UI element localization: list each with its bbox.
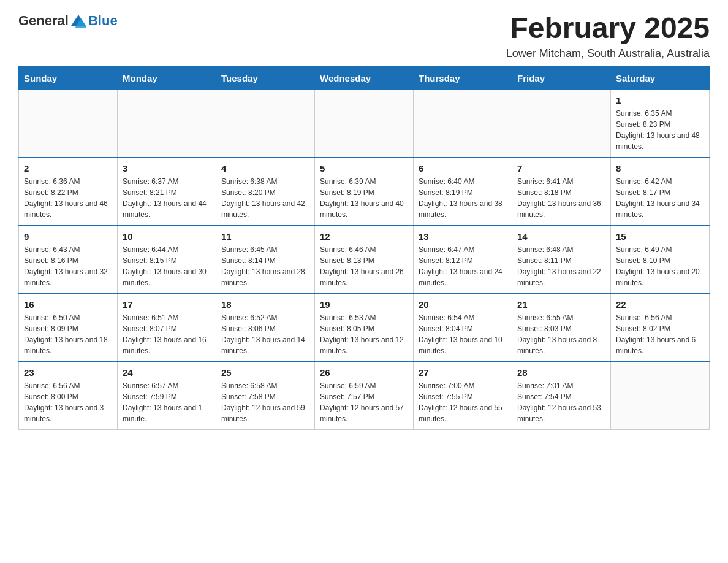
table-row: 23Sunrise: 6:56 AM Sunset: 8:00 PM Dayli… xyxy=(19,362,118,430)
day-number: 25 xyxy=(221,367,309,378)
day-info: Sunrise: 6:38 AM Sunset: 8:20 PM Dayligh… xyxy=(221,176,309,220)
table-row: 16Sunrise: 6:50 AM Sunset: 8:09 PM Dayli… xyxy=(19,294,118,362)
day-number: 15 xyxy=(616,231,704,242)
day-info: Sunrise: 6:42 AM Sunset: 8:17 PM Dayligh… xyxy=(616,176,704,220)
day-info: Sunrise: 6:47 AM Sunset: 8:12 PM Dayligh… xyxy=(419,244,507,288)
day-number: 2 xyxy=(24,163,112,174)
day-number: 28 xyxy=(517,367,605,378)
table-row xyxy=(611,362,710,430)
col-tuesday: Tuesday xyxy=(216,66,315,90)
calendar-week-row: 23Sunrise: 6:56 AM Sunset: 8:00 PM Dayli… xyxy=(19,362,710,430)
table-row: 22Sunrise: 6:56 AM Sunset: 8:02 PM Dayli… xyxy=(611,294,710,362)
title-area: February 2025 Lower Mitcham, South Austr… xyxy=(506,12,710,60)
logo: General Blue xyxy=(18,12,118,29)
table-row: 20Sunrise: 6:54 AM Sunset: 8:04 PM Dayli… xyxy=(414,294,512,362)
day-info: Sunrise: 6:57 AM Sunset: 7:59 PM Dayligh… xyxy=(123,380,211,424)
day-info: Sunrise: 6:45 AM Sunset: 8:14 PM Dayligh… xyxy=(221,244,309,288)
day-number: 26 xyxy=(320,367,408,378)
logo-icon xyxy=(70,12,87,29)
day-number: 18 xyxy=(221,299,309,310)
day-number: 20 xyxy=(419,299,507,310)
day-number: 10 xyxy=(123,231,211,242)
table-row: 10Sunrise: 6:44 AM Sunset: 8:15 PM Dayli… xyxy=(118,226,216,294)
day-info: Sunrise: 6:37 AM Sunset: 8:21 PM Dayligh… xyxy=(123,176,211,220)
day-info: Sunrise: 6:53 AM Sunset: 8:05 PM Dayligh… xyxy=(320,312,408,356)
day-number: 6 xyxy=(419,163,507,174)
day-info: Sunrise: 6:58 AM Sunset: 7:58 PM Dayligh… xyxy=(221,380,309,424)
day-number: 11 xyxy=(221,231,309,242)
table-row: 21Sunrise: 6:55 AM Sunset: 8:03 PM Dayli… xyxy=(512,294,611,362)
day-info: Sunrise: 6:41 AM Sunset: 8:18 PM Dayligh… xyxy=(517,176,605,220)
logo-text-general: General xyxy=(18,13,69,29)
table-row xyxy=(512,90,611,158)
col-wednesday: Wednesday xyxy=(315,66,414,90)
table-row: 3Sunrise: 6:37 AM Sunset: 8:21 PM Daylig… xyxy=(118,158,216,226)
day-number: 21 xyxy=(517,299,605,310)
table-row: 28Sunrise: 7:01 AM Sunset: 7:54 PM Dayli… xyxy=(512,362,611,430)
day-info: Sunrise: 6:54 AM Sunset: 8:04 PM Dayligh… xyxy=(419,312,507,356)
day-number: 24 xyxy=(123,367,211,378)
col-saturday: Saturday xyxy=(611,66,710,90)
calendar-week-row: 16Sunrise: 6:50 AM Sunset: 8:09 PM Dayli… xyxy=(19,294,710,362)
day-info: Sunrise: 6:59 AM Sunset: 7:57 PM Dayligh… xyxy=(320,380,408,424)
day-number: 19 xyxy=(320,299,408,310)
day-number: 5 xyxy=(320,163,408,174)
day-number: 4 xyxy=(221,163,309,174)
table-row xyxy=(216,90,315,158)
day-info: Sunrise: 6:35 AM Sunset: 8:23 PM Dayligh… xyxy=(616,108,704,152)
day-info: Sunrise: 6:44 AM Sunset: 8:15 PM Dayligh… xyxy=(123,244,211,288)
day-info: Sunrise: 6:46 AM Sunset: 8:13 PM Dayligh… xyxy=(320,244,408,288)
day-number: 8 xyxy=(616,163,704,174)
table-row: 15Sunrise: 6:49 AM Sunset: 8:10 PM Dayli… xyxy=(611,226,710,294)
col-sunday: Sunday xyxy=(19,66,118,90)
calendar-subtitle: Lower Mitcham, South Australia, Australi… xyxy=(506,47,710,60)
day-number: 13 xyxy=(419,231,507,242)
col-monday: Monday xyxy=(118,66,216,90)
day-info: Sunrise: 6:48 AM Sunset: 8:11 PM Dayligh… xyxy=(517,244,605,288)
day-info: Sunrise: 6:50 AM Sunset: 8:09 PM Dayligh… xyxy=(24,312,112,356)
header-row: Sunday Monday Tuesday Wednesday Thursday… xyxy=(19,66,710,90)
day-info: Sunrise: 6:39 AM Sunset: 8:19 PM Dayligh… xyxy=(320,176,408,220)
day-info: Sunrise: 7:01 AM Sunset: 7:54 PM Dayligh… xyxy=(517,380,605,424)
day-number: 3 xyxy=(123,163,211,174)
table-row xyxy=(19,90,118,158)
table-row: 17Sunrise: 6:51 AM Sunset: 8:07 PM Dayli… xyxy=(118,294,216,362)
col-thursday: Thursday xyxy=(414,66,512,90)
day-info: Sunrise: 6:40 AM Sunset: 8:19 PM Dayligh… xyxy=(419,176,507,220)
day-number: 27 xyxy=(419,367,507,378)
calendar-title: February 2025 xyxy=(506,12,710,45)
table-row: 7Sunrise: 6:41 AM Sunset: 8:18 PM Daylig… xyxy=(512,158,611,226)
table-row: 5Sunrise: 6:39 AM Sunset: 8:19 PM Daylig… xyxy=(315,158,414,226)
day-number: 17 xyxy=(123,299,211,310)
calendar-table: Sunday Monday Tuesday Wednesday Thursday… xyxy=(18,66,710,430)
table-row: 13Sunrise: 6:47 AM Sunset: 8:12 PM Dayli… xyxy=(414,226,512,294)
day-info: Sunrise: 6:43 AM Sunset: 8:16 PM Dayligh… xyxy=(24,244,112,288)
day-number: 12 xyxy=(320,231,408,242)
table-row: 19Sunrise: 6:53 AM Sunset: 8:05 PM Dayli… xyxy=(315,294,414,362)
day-number: 7 xyxy=(517,163,605,174)
table-row: 8Sunrise: 6:42 AM Sunset: 8:17 PM Daylig… xyxy=(611,158,710,226)
calendar-week-row: 1Sunrise: 6:35 AM Sunset: 8:23 PM Daylig… xyxy=(19,90,710,158)
day-info: Sunrise: 7:00 AM Sunset: 7:55 PM Dayligh… xyxy=(419,380,507,424)
day-number: 23 xyxy=(24,367,112,378)
table-row: 25Sunrise: 6:58 AM Sunset: 7:58 PM Dayli… xyxy=(216,362,315,430)
table-row xyxy=(315,90,414,158)
day-info: Sunrise: 6:51 AM Sunset: 8:07 PM Dayligh… xyxy=(123,312,211,356)
day-number: 1 xyxy=(616,95,704,105)
table-row: 14Sunrise: 6:48 AM Sunset: 8:11 PM Dayli… xyxy=(512,226,611,294)
day-number: 16 xyxy=(24,299,112,310)
table-row: 26Sunrise: 6:59 AM Sunset: 7:57 PM Dayli… xyxy=(315,362,414,430)
day-number: 14 xyxy=(517,231,605,242)
header: General Blue February 2025 Lower Mitcham… xyxy=(18,12,710,60)
day-info: Sunrise: 6:55 AM Sunset: 8:03 PM Dayligh… xyxy=(517,312,605,356)
table-row: 18Sunrise: 6:52 AM Sunset: 8:06 PM Dayli… xyxy=(216,294,315,362)
col-friday: Friday xyxy=(512,66,611,90)
table-row: 12Sunrise: 6:46 AM Sunset: 8:13 PM Dayli… xyxy=(315,226,414,294)
table-row: 2Sunrise: 6:36 AM Sunset: 8:22 PM Daylig… xyxy=(19,158,118,226)
day-info: Sunrise: 6:52 AM Sunset: 8:06 PM Dayligh… xyxy=(221,312,309,356)
day-number: 22 xyxy=(616,299,704,310)
table-row: 9Sunrise: 6:43 AM Sunset: 8:16 PM Daylig… xyxy=(19,226,118,294)
day-info: Sunrise: 6:56 AM Sunset: 8:02 PM Dayligh… xyxy=(616,312,704,356)
table-row: 4Sunrise: 6:38 AM Sunset: 8:20 PM Daylig… xyxy=(216,158,315,226)
table-row: 27Sunrise: 7:00 AM Sunset: 7:55 PM Dayli… xyxy=(414,362,512,430)
